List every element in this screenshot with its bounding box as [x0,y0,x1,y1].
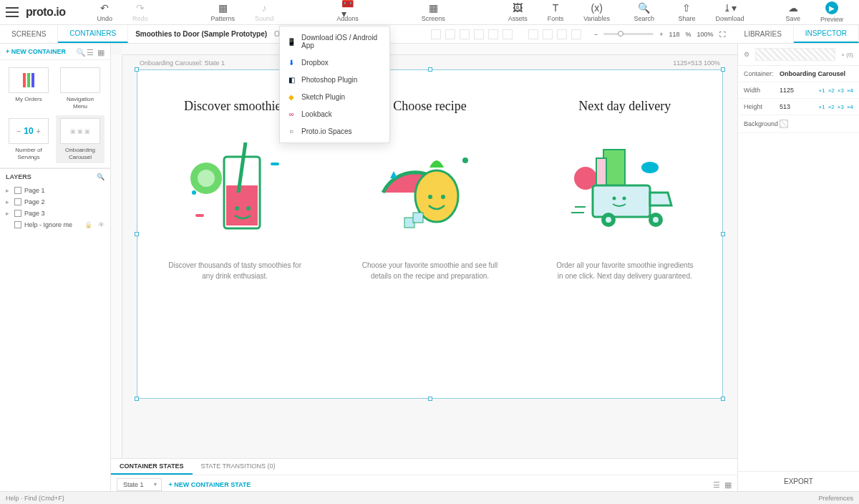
ruler-vertical[interactable] [111,55,122,491]
photoshop-icon: ◧ [287,75,296,84]
dropdown-item-sketch[interactable]: ◆Sketch Plugin [280,88,389,105]
phone-icon: 📱 [287,37,296,46]
svg-point-26 [622,197,626,200]
undo-button[interactable]: ↶Undo [87,2,123,22]
status-help[interactable]: Help · Find (Cmd+F) [6,495,64,502]
layers-search-icon[interactable]: 🔍 [97,173,105,180]
variables-button[interactable]: (x)Variables [573,2,620,22]
thumb-navigation-menu[interactable]: Navigation Menu [56,64,105,112]
carousel-slide-3[interactable]: Next day delivery [528,70,722,398]
zoom-expand-icon[interactable]: ⛶ [719,31,726,38]
status-preferences[interactable]: Preferences [818,495,853,502]
tab-screens[interactable]: SCREENS [0,25,58,43]
save-button[interactable]: ☁Save [775,2,810,22]
search-small-icon[interactable]: 🔍 [76,48,83,55]
align-top-icon[interactable] [474,29,484,39]
settings-icon[interactable]: ⚙ [744,51,749,58]
layer-help[interactable]: Help - Ignore me🔒👁 [6,219,105,231]
dropdown-item-dropbox[interactable]: ⬇Dropbox [280,54,389,71]
fonts-button[interactable]: TFonts [538,2,574,22]
resize-handle[interactable] [721,397,725,401]
multiplier-2[interactable]: ×2 [828,87,835,94]
save-icon: ☁ [787,2,799,14]
breadcrumb-project[interactable]: Smoothies to Door (Sample Prototype) [135,30,267,38]
redo-button[interactable]: ↷Redo [122,2,158,22]
search-icon: 🔍 [639,2,650,14]
multiplier-1[interactable]: ×1 [819,87,825,94]
states-grid-icon[interactable]: ▦ [724,480,732,490]
search-button[interactable]: 🔍Search [623,2,664,22]
ungroup-icon[interactable] [571,29,581,39]
grid-icon[interactable]: ▦ [97,48,105,55]
new-state-button[interactable]: + NEW CONTAINER STATE [169,481,251,488]
zoom-out-icon[interactable]: − [594,31,598,38]
background-swatch[interactable] [780,120,788,128]
states-bar: CONTAINER STATES STATE TRANSITIONS (0) S… [111,458,737,491]
menu-icon[interactable] [6,7,19,17]
multiplier-3[interactable]: ×3 [838,87,844,94]
export-button[interactable]: EXPORT [738,471,859,491]
assets-button[interactable]: 🖼Assets [498,2,538,22]
multiplier-4[interactable]: ×4 [847,87,853,94]
svg-rect-19 [596,158,606,185]
align-bottom-icon[interactable] [503,29,513,39]
addons-button[interactable]: 🧰▾Addons [326,2,369,22]
svg-point-11 [428,195,432,199]
screens-button[interactable]: ▦Screens [412,2,455,22]
tab-state-transitions[interactable]: STATE TRANSITIONS (0) [193,459,284,475]
dropdown-item-spaces[interactable]: ○Proto.io Spaces [280,122,389,140]
distribute-h-icon[interactable] [528,29,538,39]
align-left-icon[interactable] [431,29,441,39]
dropdown-item-photoshop[interactable]: ◧Photoshop Plugin [280,71,389,88]
thumb-my-orders[interactable]: My Orders [4,64,53,112]
dropdown-item-lookback[interactable]: ∞Lookback [280,105,389,122]
resize-handle[interactable] [428,397,432,401]
resize-handle[interactable] [721,67,725,72]
align-right-icon[interactable] [460,29,470,39]
zoom-fit[interactable]: 100% [697,31,714,38]
resize-handle[interactable] [135,397,139,401]
layer-page-2[interactable]: ▸Page 2 [6,196,105,208]
new-container-button[interactable]: + NEW CONTAINER 🔍☰▦ [0,44,110,60]
state-selector[interactable]: State 1 [117,478,162,491]
preview-button[interactable]: ▶Preview [810,1,853,23]
redo-icon: ↷ [135,2,146,14]
slide-description: Order all your favorite smoothie ingredi… [553,260,697,281]
lock-icon[interactable]: 🔒 [84,221,92,228]
lookback-icon: ∞ [287,110,296,118]
resize-handle[interactable] [135,67,139,72]
patterns-button[interactable]: ▦Patterns [201,2,246,22]
tab-containers[interactable]: CONTAINERS [58,25,128,43]
svg-rect-14 [413,213,423,223]
artboard[interactable]: Discover smoothies [137,69,723,399]
download-button[interactable]: ⤓▾Download [705,2,754,22]
sound-button[interactable]: ♪Sound [245,2,283,22]
thumb-onboarding-carousel[interactable]: ▣ ▣ ▣Onboarding Carousel [56,115,105,163]
width-input[interactable]: 1125 [780,87,802,94]
slide-title: Choose recipe [393,99,466,114]
height-input[interactable]: 513 [780,103,802,110]
list-icon[interactable]: ☰ [87,48,94,55]
tab-inspector[interactable]: INSPECTOR [794,25,859,43]
zoom-in-icon[interactable]: + [659,31,663,38]
resize-handle[interactable] [721,232,725,236]
distribute-v-icon[interactable] [543,29,553,39]
zoom-slider[interactable] [603,33,654,35]
align-middle-icon[interactable] [488,29,498,39]
group-icon[interactable] [557,29,567,39]
layer-page-3[interactable]: ▸Page 3 [6,208,105,219]
resize-handle[interactable] [428,67,432,72]
layer-page-1[interactable]: ▸Page 1 [6,185,105,196]
share-button[interactable]: ⇧Share [668,2,705,22]
states-list-icon[interactable]: ☰ [713,480,720,490]
eye-icon[interactable]: 👁 [98,221,105,228]
tab-container-states[interactable]: CONTAINER STATES [111,459,193,475]
addons-dropdown: 📱Download iOS / Android App ⬇Dropbox ◧Ph… [279,26,390,143]
thumb-number-of-servings[interactable]: −10+Number of Servings [4,115,53,163]
tab-libraries[interactable]: LIBRARIES [733,25,794,43]
align-center-icon[interactable] [445,29,455,39]
ruler-horizontal[interactable] [122,44,737,55]
logo[interactable]: proto.io [26,6,66,19]
dropdown-item-ios-android[interactable]: 📱Download iOS / Android App [280,29,389,54]
resize-handle[interactable] [135,232,139,236]
